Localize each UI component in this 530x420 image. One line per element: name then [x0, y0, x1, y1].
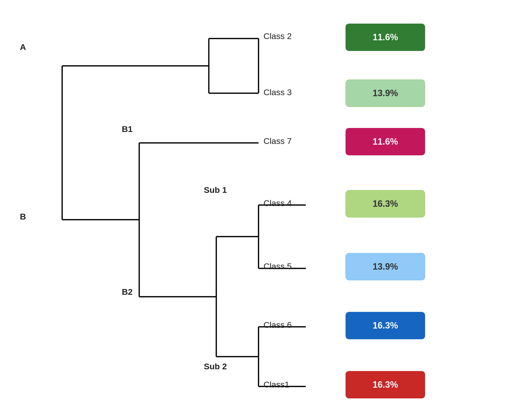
badge-class1: 16.3%	[346, 371, 425, 398]
badge-class5: 13.9%	[346, 253, 425, 280]
label-class3: Class 3	[264, 87, 292, 97]
label-B: B	[20, 212, 26, 221]
label-class6: Class 6	[264, 320, 292, 330]
badge-class7: 11.6%	[346, 128, 425, 155]
label-sub1: Sub 1	[204, 185, 227, 195]
label-A: A	[20, 42, 26, 52]
badge-class3: 13.9%	[346, 80, 425, 107]
label-sub2: Sub 2	[204, 362, 227, 371]
badge-class4: 16.3%	[346, 190, 425, 217]
label-class2: Class 2	[264, 31, 292, 41]
badge-class6: 16.3%	[346, 312, 425, 339]
label-class7: Class 7	[264, 136, 292, 146]
tree-diagram	[0, 0, 530, 420]
label-class4: Class 4	[264, 198, 292, 208]
label-class5: Class 5	[264, 261, 292, 271]
badge-class2: 11.6%	[346, 24, 425, 51]
label-class1: Class1	[264, 380, 289, 389]
label-B1: B1	[122, 124, 132, 134]
label-B2: B2	[122, 287, 132, 297]
